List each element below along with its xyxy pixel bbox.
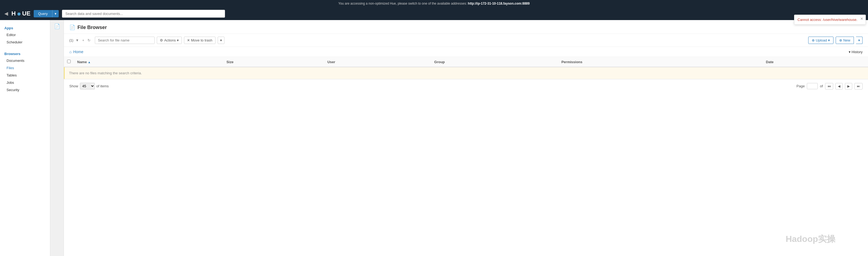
app-layout: Apps Editor Scheduler Browsers Documents… [0, 20, 868, 256]
error-notification: Cannot access: /user/hive/warehouse. ✕ [794, 15, 866, 25]
query-dropdown-button[interactable]: ▾ [52, 10, 59, 17]
selection-count: (1) [69, 38, 73, 42]
logo-dot: ● [17, 9, 21, 18]
header: ◀ H●UE Query ▾ [0, 7, 868, 20]
toolbar-right: ⊕ Upload ▾ ⊕ New ▾ [808, 37, 863, 44]
file-icon: 📄 [54, 23, 60, 29]
sidebar-item-files[interactable]: Files [0, 64, 50, 72]
upload-icon: ⊕ [812, 38, 815, 42]
th-date: Date [763, 57, 868, 67]
pagination-right: Page of ⏮ ◀ ▶ ⏭ [797, 83, 863, 89]
actions-dropdown-icon: ▾ [177, 38, 179, 42]
sidebar-item-editor[interactable]: Editor [0, 31, 50, 38]
trash-label: Move to trash [191, 38, 213, 42]
logo-h: H [11, 10, 16, 17]
history-dropdown-icon: ▾ [849, 50, 850, 54]
actions-icon: ⚙ [160, 38, 163, 42]
page-label: Page [797, 84, 805, 88]
banner-link: http://ip-172-31-10-118.fayson.com:8889 [468, 2, 530, 5]
sidebar-section-browsers: Browsers [0, 50, 50, 57]
top-banner: You are accessing a non-optimized Hue, p… [0, 0, 868, 7]
sidebar-section-apps: Apps [0, 25, 50, 31]
th-name[interactable]: Name ▲ [74, 57, 223, 67]
page-size-select[interactable]: 45 25 100 [80, 83, 95, 89]
of-items-label: of items [96, 84, 109, 88]
add-button[interactable]: + [81, 38, 86, 43]
new-icon: ⊕ [839, 38, 842, 42]
file-search-input[interactable] [95, 37, 155, 44]
sidebar-item-scheduler[interactable]: Scheduler [0, 38, 50, 46]
table-header: Name ▲ Size User Group Permissions Date [64, 57, 868, 67]
empty-row: There are no files matching the search c… [64, 67, 868, 79]
history-label: History [852, 50, 863, 54]
next-page-button[interactable]: ▶ [845, 83, 852, 89]
file-browser-icon: 📄 [69, 25, 75, 30]
global-search-input[interactable] [62, 10, 225, 17]
home-icon: ⌂ [69, 50, 71, 54]
file-table: Name ▲ Size User Group Permissions Date … [64, 57, 868, 79]
home-label: Home [73, 50, 83, 54]
trash-icon: ✕ [187, 38, 190, 42]
actions-button[interactable]: ⚙ Actions ▾ [157, 37, 182, 44]
th-user: User [324, 57, 431, 67]
prev-page-button[interactable]: ◀ [835, 83, 843, 89]
toolbar: (1) ▼ + ↻ ⚙ Actions ▾ ✕ Move to trash ▾ … [64, 34, 868, 47]
history-button[interactable]: ▾ History [849, 50, 863, 54]
sidebar-item-documents[interactable]: Documents [0, 57, 50, 64]
main-content: 📄 File Browser (1) ▼ + ↻ ⚙ Actions ▾ ✕ M… [64, 20, 868, 256]
error-message: Cannot access: /user/hive/warehouse. [798, 17, 858, 22]
sidebar-item-jobs[interactable]: Jobs [0, 79, 50, 86]
page-input[interactable] [807, 83, 818, 89]
sidebar: Apps Editor Scheduler Browsers Documents… [0, 20, 50, 256]
th-checkbox [64, 57, 74, 67]
show-label: Show [69, 84, 78, 88]
actions-label: Actions [164, 38, 176, 42]
sidebar-item-tables[interactable]: Tables [0, 72, 50, 79]
pagination-row: Show 45 25 100 of items Page of ⏮ ◀ ▶ ⏭ [64, 79, 868, 93]
upload-dropdown-icon: ▾ [828, 38, 830, 42]
upload-label: Upload [816, 38, 827, 42]
logo: H●UE [11, 9, 30, 18]
more-button[interactable]: ▾ [218, 37, 224, 44]
refresh-button[interactable]: ↻ [86, 38, 92, 43]
file-browser-title: File Browser [78, 25, 107, 30]
error-close-button[interactable]: ✕ [860, 16, 863, 21]
last-page-button[interactable]: ⏭ [855, 83, 863, 89]
empty-message: There are no files matching the search c… [64, 67, 868, 79]
filter-button[interactable]: ▼ [74, 38, 80, 43]
upload-button[interactable]: ⊕ Upload ▾ [808, 37, 834, 44]
query-button-group: Query ▾ [34, 10, 58, 17]
file-browser-header: 📄 File Browser [64, 20, 868, 34]
breadcrumb-home[interactable]: ⌂ Home [69, 50, 84, 54]
pagination-left: Show 45 25 100 of items [69, 83, 109, 89]
th-permissions: Permissions [558, 57, 763, 67]
sidebar-divider [0, 46, 50, 50]
table-body: There are no files matching the search c… [64, 67, 868, 79]
logo-ue: UE [22, 10, 31, 17]
of-label: of [820, 84, 823, 88]
query-button[interactable]: Query [34, 10, 52, 17]
sort-icon: ▲ [88, 61, 91, 64]
sidebar-item-security[interactable]: Security [0, 86, 50, 94]
first-page-button[interactable]: ⏮ [825, 83, 833, 89]
move-to-trash-button[interactable]: ✕ Move to trash [184, 37, 216, 44]
toolbar-left: (1) ▼ + ↻ [69, 38, 92, 43]
back-icon: ◀ [4, 11, 8, 16]
new-button[interactable]: ⊕ New [836, 37, 854, 44]
breadcrumb-row: ⌂ Home ▾ History [64, 47, 868, 57]
select-all-checkbox[interactable] [67, 60, 71, 63]
new-label: New [843, 38, 850, 42]
back-button[interactable]: ◀ [4, 10, 8, 16]
new-dropdown-button[interactable]: ▾ [856, 37, 863, 44]
th-size: Size [223, 57, 324, 67]
banner-text: You are accessing a non-optimized Hue, p… [338, 2, 468, 5]
th-group: Group [431, 57, 558, 67]
left-icon-bar: 📄 [50, 20, 64, 256]
